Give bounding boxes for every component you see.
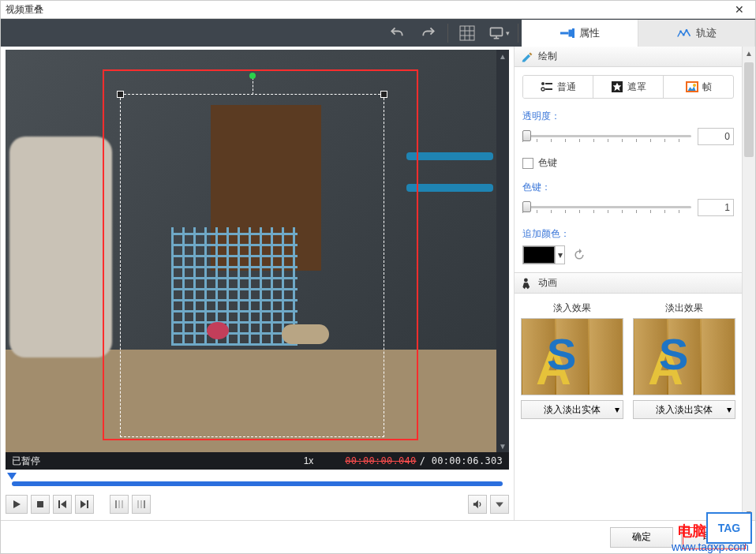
svg-marker-26: [473, 500, 478, 508]
svg-rect-21: [118, 500, 120, 508]
fadeout-column: 淡出效果 AS 淡入淡出实体▾: [633, 301, 735, 520]
tab-properties[interactable]: 属性: [522, 20, 638, 47]
svg-rect-31: [545, 88, 552, 90]
animation-panel: 动画 淡入效果 AS 淡入淡出实体▾: [515, 273, 742, 520]
svg-point-11: [679, 30, 682, 32]
playback-status: 已暂停: [12, 455, 40, 468]
svg-rect-20: [115, 500, 117, 508]
timeline-bar[interactable]: [6, 470, 509, 490]
toolbar: ▾ 属性 轨迹: [1, 19, 755, 47]
svg-rect-25: [144, 500, 145, 508]
timeline-playhead[interactable]: [7, 473, 17, 480]
animation-panel-title: 动画: [538, 276, 557, 290]
svg-rect-8: [560, 32, 569, 35]
side-panel: 绘制 普通 遮罩: [514, 47, 755, 520]
svg-rect-15: [37, 501, 43, 507]
fadein-column: 淡入效果 AS 淡入淡出实体▾: [521, 301, 623, 520]
preview-scrollbar-vertical[interactable]: ▲▼: [496, 50, 509, 452]
draw-panel-title: 绘制: [538, 50, 557, 63]
svg-point-34: [524, 278, 528, 282]
fadeout-label: 淡出效果: [665, 301, 703, 315]
svg-marker-17: [61, 500, 66, 508]
fadein-dropdown[interactable]: 淡入淡出实体▾: [521, 400, 623, 419]
opacity-value[interactable]: 0: [698, 128, 734, 145]
undo-button[interactable]: [386, 22, 408, 44]
image-icon: [686, 81, 698, 92]
svg-rect-16: [58, 500, 60, 508]
svg-point-12: [682, 34, 684, 36]
chroma-section-label: 色键: [538, 156, 557, 170]
preview-status-bar: 已暂停 1x 00:00:00.040 / 00:00:06.303: [6, 452, 509, 470]
dialog-footer: 确定 取消 电脑技术网 www.tagxp.com TAG: [1, 520, 755, 553]
svg-point-30: [541, 88, 545, 91]
reset-color-button[interactable]: [571, 247, 587, 263]
svg-rect-29: [545, 83, 552, 84]
next-frame-button[interactable]: [75, 495, 94, 514]
svg-rect-24: [140, 500, 142, 508]
svg-point-28: [541, 82, 545, 85]
side-panel-scrollbar[interactable]: ▲▼: [742, 47, 755, 520]
svg-marker-14: [13, 500, 21, 508]
mark-out-button[interactable]: [132, 495, 151, 514]
volume-dropdown-button[interactable]: [490, 495, 509, 514]
tab-properties-label: 属性: [579, 26, 600, 40]
title-bar: 视频重叠 ✕: [0, 0, 756, 19]
chroma-value[interactable]: 1: [698, 199, 734, 216]
fadein-thumbnail[interactable]: AS: [521, 318, 623, 395]
preview-column: ▲▼ 已暂停 1x 00:00:00.040 / 00:00:06.303: [1, 47, 514, 520]
close-icon[interactable]: ✕: [724, 3, 755, 16]
window-shell: ▾ 属性 轨迹: [0, 19, 756, 554]
svg-rect-5: [490, 28, 502, 36]
svg-rect-23: [137, 500, 139, 508]
preview-area[interactable]: ▲▼ 已暂停 1x 00:00:00.040 / 00:00:06.303: [6, 50, 509, 470]
svg-rect-22: [122, 500, 123, 508]
grid-toggle-button[interactable]: [456, 22, 478, 44]
chroma-label: 色键：: [522, 181, 734, 194]
tab-trajectory[interactable]: 轨迹: [638, 20, 755, 47]
draw-panel-header: 绘制: [515, 47, 742, 67]
opacity-slider[interactable]: [522, 130, 691, 143]
svg-rect-10: [572, 28, 574, 38]
tab-trajectory-label: 轨迹: [696, 26, 717, 40]
chroma-checkbox[interactable]: [522, 158, 533, 169]
timecode-current-struck: 00:00:00.040: [345, 455, 416, 466]
color-swatch[interactable]: [523, 246, 555, 264]
watermark-badge: TAG: [706, 512, 752, 544]
resize-handle-top-right[interactable]: [380, 91, 387, 98]
prev-frame-button[interactable]: [53, 495, 72, 514]
rotate-handle[interactable]: [249, 73, 256, 79]
window-title: 视频重叠: [6, 3, 43, 17]
timecode-total: / 00:00:06.303: [420, 455, 503, 466]
draw-subtabs: 普通 遮罩 帧: [522, 75, 734, 99]
stop-button[interactable]: [31, 495, 50, 514]
svg-rect-9: [568, 30, 572, 37]
fadeout-thumbnail[interactable]: AS: [633, 318, 735, 395]
svg-rect-0: [460, 26, 474, 40]
animation-panel-header: 动画: [515, 273, 742, 294]
playback-controls: [6, 490, 509, 514]
chroma-slider[interactable]: [522, 201, 691, 214]
svg-point-13: [685, 29, 687, 32]
svg-marker-27: [496, 503, 503, 507]
subtab-normal[interactable]: 普通: [523, 76, 593, 98]
mark-in-button[interactable]: [110, 495, 129, 514]
subtab-mask[interactable]: 遮罩: [593, 76, 664, 98]
overlay-selection[interactable]: [120, 94, 384, 437]
resize-handle-top-left[interactable]: [117, 91, 124, 98]
redo-button[interactable]: [417, 22, 440, 44]
preview-canvas[interactable]: ▲▼: [6, 50, 509, 452]
display-button[interactable]: ▾: [488, 22, 510, 44]
add-color-label: 追加颜色：: [522, 227, 734, 241]
fadein-label: 淡入效果: [553, 301, 591, 315]
playback-speed: 1x: [304, 455, 314, 466]
draw-panel: 普通 遮罩 帧 透明度：: [515, 67, 742, 273]
fadeout-dropdown[interactable]: 淡入淡出实体▾: [633, 400, 735, 419]
color-dropdown[interactable]: ▾: [555, 246, 564, 264]
opacity-label: 透明度：: [522, 110, 734, 123]
volume-button[interactable]: [468, 495, 487, 514]
play-button[interactable]: [6, 495, 28, 514]
subtab-frame[interactable]: 帧: [664, 76, 733, 98]
ok-button[interactable]: 确定: [610, 527, 673, 548]
svg-marker-18: [80, 500, 86, 508]
svg-rect-19: [87, 500, 88, 508]
